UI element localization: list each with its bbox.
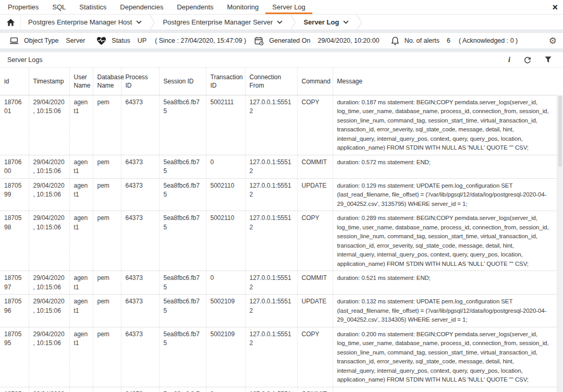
column-header-command: Command <box>297 68 333 95</box>
gear-icon[interactable]: ⚙ <box>549 36 557 45</box>
cell-conn: 127.0.0.1:55512 <box>245 295 297 327</box>
cell-conn: 127.0.0.1:55512 <box>245 178 297 211</box>
cell-command: UPDATE <box>297 295 333 327</box>
cell-command: COMMIT <box>297 271 333 295</box>
alerts-acknowledged: ( Acknowledged : 0 ) <box>459 37 518 44</box>
table-row[interactable]: 187059829/04/2020, 10:15:06agent1pem6437… <box>0 211 557 271</box>
filter-icon[interactable] <box>545 56 552 63</box>
cell-user: agent1 <box>69 178 93 211</box>
tab-dependencies[interactable]: Dependencies <box>113 0 170 14</box>
cell-conn: 127.0.0.1:55512 <box>245 327 297 387</box>
breadcrumb: Postgres Enterprise Manager Host Postgre… <box>0 15 563 30</box>
cell-conn: 127.0.0.1:55512 <box>245 271 297 295</box>
cell-timestamp: 29/04/2020, 10:15:06 <box>29 178 69 211</box>
cell-txn: 5002110 <box>206 211 245 271</box>
chevron-down-icon <box>343 20 349 24</box>
scrollbar-thumb[interactable] <box>558 96 562 167</box>
cell-timestamp: 29/04/2020, 10:15:06 <box>29 155 69 178</box>
heart-pulse-icon <box>96 36 106 45</box>
column-header-message: Message <box>333 68 557 95</box>
cell-user: agent1 <box>69 387 93 392</box>
cell-message: duration: 0.521 ms statement: END; <box>333 271 557 295</box>
breadcrumb-item-label: Server Log <box>303 18 339 26</box>
cell-db: pem <box>93 155 121 178</box>
laptop-icon <box>9 37 19 45</box>
cell-process: 64373 <box>121 211 159 271</box>
breadcrumb-item-postgres-enterprise-manager-server[interactable]: Postgres Enterprise Manager Server <box>155 18 290 26</box>
cell-command: COPY <box>297 211 333 271</box>
home-icon[interactable] <box>5 15 21 30</box>
cell-conn: 127.0.0.1:55512 <box>245 211 297 271</box>
calendar-clock-icon <box>254 36 264 45</box>
cell-session: 5ea8fbc6.fb75 <box>159 271 206 295</box>
cell-process: 64373 <box>121 178 159 211</box>
cell-id: 1870600 <box>0 155 29 178</box>
cell-process: 64373 <box>121 271 159 295</box>
server-logs-table: idTimestampUser NameDatabase NameProcess… <box>0 68 563 392</box>
cell-db: pem <box>93 295 121 327</box>
column-header-timestamp: Timestamp <box>29 68 69 95</box>
table-row[interactable]: 187060129/04/2020, 10:15:06agent1pem6437… <box>0 95 557 155</box>
column-header-connection-from: Connection From <box>245 68 297 95</box>
breadcrumb-separator-icon <box>356 15 362 30</box>
breadcrumb-item-server-log[interactable]: Server Log <box>296 18 356 26</box>
table-row[interactable]: 187059629/04/2020, 10:15:06agent1pem6437… <box>0 295 557 327</box>
cell-txn: 5002109 <box>206 327 245 387</box>
tab-server-log[interactable]: Server Log <box>265 0 312 14</box>
cell-process: 64373 <box>121 295 159 327</box>
table-row[interactable]: 187059729/04/2020, 10:15:06agent1pem6437… <box>0 271 557 295</box>
cell-timestamp: 29/04/2020, 10:15:06 <box>29 327 69 387</box>
bell-icon <box>391 36 399 45</box>
status-bar: Object Type Server Status UP ( Since : 2… <box>0 32 563 49</box>
cell-timestamp: 29/04/2020, 10:15:06 <box>29 211 69 271</box>
table-header-row: idTimestampUser NameDatabase NameProcess… <box>0 68 557 95</box>
breadcrumb-item-postgres-enterprise-manager-host[interactable]: Postgres Enterprise Manager Host <box>21 18 149 26</box>
cell-message: duration: 0.200 ms statement: BEGIN;COPY… <box>333 327 557 387</box>
table-row[interactable]: 187060029/04/2020, 10:15:06agent1pem6437… <box>0 155 557 178</box>
generated-on-value: 29/04/2020, 10:20:00 <box>317 37 379 44</box>
breadcrumb-item-label: Postgres Enterprise Manager Server <box>163 18 273 26</box>
info-icon[interactable]: i <box>508 56 510 64</box>
table-row[interactable]: 187059929/04/2020, 10:15:06agent1pem6437… <box>0 178 557 211</box>
tab-monitoring[interactable]: Monitoring <box>221 0 266 14</box>
tab-properties[interactable]: Properties <box>1 0 45 14</box>
column-header-database-name: Database Name <box>93 68 121 95</box>
table-row[interactable]: 187059529/04/2020, 10:15:06agent1pem6437… <box>0 327 557 387</box>
tab-dependents[interactable]: Dependents <box>170 0 220 14</box>
cell-session: 5ea8fbc6.fb75 <box>159 211 206 271</box>
cell-command: COPY <box>297 95 333 155</box>
cell-message: duration: 0.289 ms statement: BEGIN;COPY… <box>333 211 557 271</box>
cell-db: pem <box>93 178 121 211</box>
tab-sql[interactable]: SQL <box>45 0 72 14</box>
cell-conn: 127.0.0.1:55512 <box>245 155 297 178</box>
cell-id: 1870594 <box>0 387 29 392</box>
cell-user: agent1 <box>69 155 93 178</box>
cell-message: duration: 0.382 ms statement: END; <box>333 387 557 392</box>
cell-process: 64373 <box>121 155 159 178</box>
refresh-icon[interactable] <box>524 56 531 64</box>
cell-timestamp: 29/04/2020, 10:15:06 <box>29 271 69 295</box>
object-type-value: Server <box>66 37 85 44</box>
tab-statistics[interactable]: Statistics <box>72 0 113 14</box>
cell-timestamp: 29/04/2020, 10:15:06 <box>29 295 69 327</box>
cell-process: 64373 <box>121 95 159 155</box>
cell-message: duration: 0.132 ms statement: UPDATE pem… <box>333 295 557 327</box>
cell-user: agent1 <box>69 327 93 387</box>
vertical-scrollbar[interactable] <box>557 95 563 392</box>
table-row[interactable]: 187059429/04/2020, 10:15:06agent1pem6437… <box>0 387 557 392</box>
cell-process: 64373 <box>121 327 159 387</box>
cell-user: agent1 <box>69 211 93 271</box>
cell-db: pem <box>93 387 121 392</box>
cell-timestamp: 29/04/2020, 10:15:06 <box>29 95 69 155</box>
cell-db: pem <box>93 327 121 387</box>
breadcrumb-item-label: Postgres Enterprise Manager Host <box>28 18 132 26</box>
cell-user: agent1 <box>69 271 93 295</box>
cell-db: pem <box>93 271 121 295</box>
cell-txn: 0 <box>206 271 245 295</box>
close-icon[interactable]: × <box>552 2 558 13</box>
cell-command: UPDATE <box>297 178 333 211</box>
cell-db: pem <box>93 211 121 271</box>
alerts-label: No. of alerts <box>405 37 439 44</box>
status-since: ( Since : 27/04/2020, 15:47:09 ) <box>155 37 246 44</box>
cell-conn: 127.0.0.1:55512 <box>245 95 297 155</box>
